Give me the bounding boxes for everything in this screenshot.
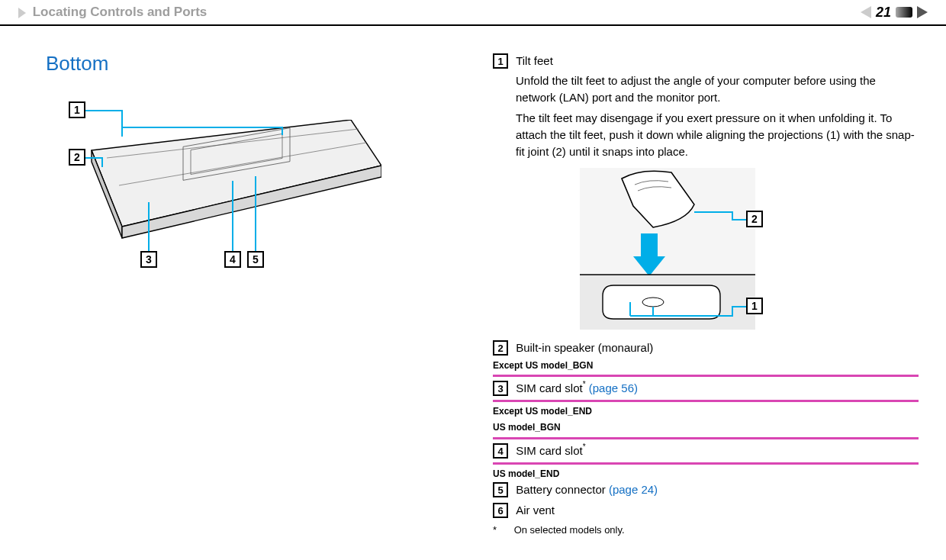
callout-label: 2 (74, 151, 80, 163)
callout-label: 3 (146, 253, 152, 266)
tilt-callout-2: 2 (746, 211, 763, 227)
callout-label: 1 (751, 298, 758, 314)
callout-label: 2 (751, 211, 758, 227)
item-4: 4 SIM card slot* (493, 442, 919, 459)
item-label: Air vent (516, 504, 555, 517)
callout-5: 5 (247, 251, 264, 268)
item-1: 1 Tilt feet (493, 52, 919, 69)
svg-marker-12 (633, 256, 665, 276)
item-label: Battery connector (516, 483, 609, 496)
prev-page-icon[interactable] (861, 6, 871, 18)
breadcrumb: Locating Controls and Ports (18, 5, 207, 20)
nav-bar-icon (896, 7, 912, 18)
item-label: Tilt feet (516, 54, 553, 67)
item-1-desc2: The tilt feet may disengage if you exert… (516, 110, 919, 159)
item-6: 6 Air vent (493, 501, 919, 519)
footnote-asterisk: * (493, 523, 511, 538)
item-number-box: 3 (493, 381, 508, 396)
asterisk: * (583, 380, 586, 388)
item-2: 2 Built-in speaker (monaural) (493, 339, 919, 356)
page-ref-link[interactable]: (page 56) (589, 381, 638, 394)
item-5: 5 Battery connector (page 24) (493, 481, 919, 498)
next-page-icon[interactable] (917, 6, 928, 18)
callout-label: 4 (230, 253, 236, 266)
divider-bar (493, 462, 919, 465)
callout-4: 4 (224, 251, 241, 268)
callout-3: 3 (140, 251, 157, 268)
callout-label: 1 (74, 104, 80, 116)
callout-2: 2 (69, 149, 85, 166)
item-number-box: 2 (493, 340, 508, 356)
footnote-text: On selected models only. (514, 524, 625, 536)
section-title: Bottom (46, 52, 473, 76)
model-tag-except-us-end: Except US model_END (493, 405, 919, 418)
footnote: * On selected models only. (493, 523, 919, 538)
item-number-box: 1 (493, 53, 508, 69)
callout-1: 1 (69, 101, 85, 118)
left-column: Bottom (46, 52, 473, 538)
model-tag-us-end: US model_END (493, 468, 919, 481)
item-number-box: 6 (493, 503, 508, 518)
page-nav: 21 (861, 5, 928, 21)
item-label: SIM card slot (516, 381, 583, 394)
divider-bar (493, 437, 919, 439)
laptop-bottom-diagram: 1 2 3 4 5 (46, 89, 412, 288)
item-number-box: 4 (493, 443, 508, 459)
item-label: SIM card slot (516, 444, 583, 457)
model-tag-us-bgn: US model_BGN (493, 421, 919, 434)
content-area: Bottom (0, 26, 946, 538)
triangle-right-icon (18, 8, 26, 18)
page-ref-link[interactable]: (page 24) (609, 483, 658, 496)
breadcrumb-text: Locating Controls and Ports (33, 5, 208, 19)
item-1-desc1: Unfold the tilt feet to adjust the angle… (516, 72, 919, 106)
asterisk: * (583, 443, 586, 451)
page-header: Locating Controls and Ports 21 (0, 0, 946, 26)
item-3: 3 SIM card slot* (page 56) (493, 379, 919, 397)
callout-label: 5 (253, 253, 259, 266)
right-column: 1 Tilt feet Unfold the tilt feet to adju… (473, 52, 919, 538)
item-number-box: 5 (493, 482, 508, 497)
tilt-feet-diagram: 2 1 (580, 168, 755, 330)
page-number: 21 (876, 5, 891, 21)
page-root: Locating Controls and Ports 21 Bottom (0, 0, 946, 560)
item-label: Built-in speaker (monaural) (516, 341, 653, 354)
tilt-callout-1: 1 (746, 298, 763, 314)
svg-rect-11 (641, 233, 658, 256)
divider-bar (493, 375, 919, 377)
divider-bar (493, 400, 919, 402)
model-tag-except-us-bgn: Except US model_BGN (493, 359, 919, 372)
